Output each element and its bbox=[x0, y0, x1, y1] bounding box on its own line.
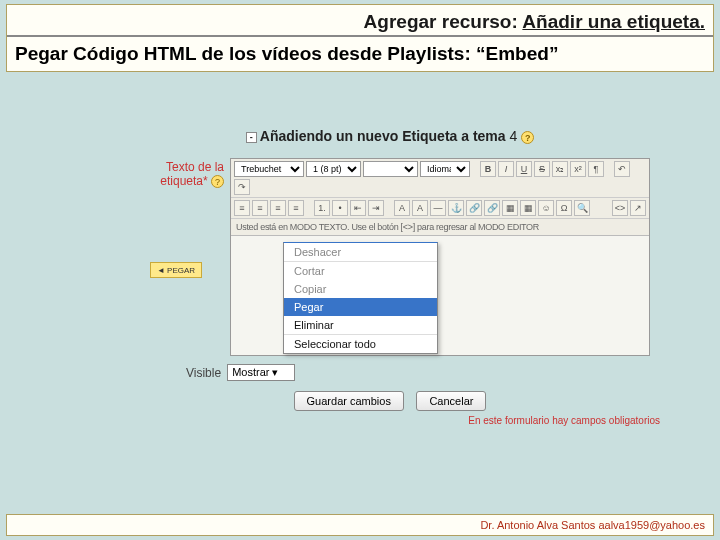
italic-button[interactable]: I bbox=[498, 161, 514, 177]
image-button[interactable]: ▦ bbox=[502, 200, 518, 216]
redo-button[interactable]: ↷ bbox=[234, 179, 250, 195]
visible-select[interactable]: Mostrar ▾ bbox=[227, 364, 295, 381]
menu-cut[interactable]: Cortar bbox=[284, 262, 437, 280]
align-left-button[interactable]: ≡ bbox=[234, 200, 250, 216]
lang-select[interactable]: Idioma bbox=[420, 161, 470, 177]
underline-button[interactable]: U bbox=[516, 161, 532, 177]
char-button[interactable]: Ω bbox=[556, 200, 572, 216]
indent-button[interactable]: ⇥ bbox=[368, 200, 384, 216]
bold-button[interactable]: B bbox=[480, 161, 496, 177]
bg-color-button[interactable]: A bbox=[412, 200, 428, 216]
visible-row: Visible Mostrar ▾ bbox=[186, 364, 660, 381]
clean-button[interactable]: ¶ bbox=[588, 161, 604, 177]
align-center-button[interactable]: ≡ bbox=[252, 200, 268, 216]
title-prefix: Agregar recurso: bbox=[364, 11, 523, 32]
slide-title: Agregar recurso: Añadir una etiqueta. bbox=[7, 5, 713, 37]
help-icon[interactable]: ? bbox=[521, 131, 534, 144]
sup-button[interactable]: x² bbox=[570, 161, 586, 177]
fullscreen-button[interactable]: ↗ bbox=[630, 200, 646, 216]
emoji-button[interactable]: ☺ bbox=[538, 200, 554, 216]
cancel-button[interactable]: Cancelar bbox=[416, 391, 486, 411]
list-ul-button[interactable]: • bbox=[332, 200, 348, 216]
editor-mode-message: Usted está en MODO TEXTO. Use el botón [… bbox=[231, 219, 649, 235]
find-button[interactable]: 🔍 bbox=[574, 200, 590, 216]
save-button[interactable]: Guardar cambios bbox=[294, 391, 404, 411]
outdent-button[interactable]: ⇤ bbox=[350, 200, 366, 216]
align-justify-button[interactable]: ≡ bbox=[288, 200, 304, 216]
editor-toolbar-1: Trebuchet 1 (8 pt) Idioma B I U S x₂ x² … bbox=[231, 159, 649, 198]
form-screenshot: -Añadiendo un nuevo Etiqueta a tema 4 ? … bbox=[120, 128, 660, 426]
slide-subtitle: Pegar Código HTML de los vídeos desde Pl… bbox=[7, 37, 713, 71]
visible-label: Visible bbox=[186, 366, 221, 380]
link-button[interactable]: 🔗 bbox=[466, 200, 482, 216]
text-color-button[interactable]: A bbox=[394, 200, 410, 216]
hr-button[interactable]: — bbox=[430, 200, 446, 216]
anchor-button[interactable]: ⚓ bbox=[448, 200, 464, 216]
menu-select-all[interactable]: Seleccionar todo bbox=[284, 335, 437, 353]
form-heading: -Añadiendo un nuevo Etiqueta a tema 4 ? bbox=[120, 128, 660, 144]
undo-button[interactable]: ↶ bbox=[614, 161, 630, 177]
menu-undo[interactable]: Deshacer bbox=[284, 243, 437, 261]
help-icon[interactable]: ? bbox=[211, 175, 224, 188]
required-fields-message: En este formulario hay campos obligatori… bbox=[120, 415, 660, 426]
unlink-button[interactable]: 🔗 bbox=[484, 200, 500, 216]
paragraph-style-select[interactable] bbox=[363, 161, 418, 177]
html-editor: Trebuchet 1 (8 pt) Idioma B I U S x₂ x² … bbox=[230, 158, 650, 356]
font-family-select[interactable]: Trebuchet bbox=[234, 161, 304, 177]
list-ol-button[interactable]: 1. bbox=[314, 200, 330, 216]
table-button[interactable]: ▦ bbox=[520, 200, 536, 216]
html-toggle-button[interactable]: <> bbox=[612, 200, 628, 216]
editor-textarea[interactable]: Deshacer Cortar Copiar Pegar Eliminar Se… bbox=[231, 235, 649, 355]
footer-credit: Dr. Antonio Alva Santos aalva1959@yahoo.… bbox=[6, 514, 714, 536]
collapse-icon[interactable]: - bbox=[246, 132, 257, 143]
menu-delete[interactable]: Eliminar bbox=[284, 316, 437, 334]
editor-toolbar-2: ≡ ≡ ≡ ≡ 1. • ⇤ ⇥ A A — ⚓ 🔗 🔗 ▦ bbox=[231, 198, 649, 219]
menu-copy[interactable]: Copiar bbox=[284, 280, 437, 298]
align-right-button[interactable]: ≡ bbox=[270, 200, 286, 216]
font-size-select[interactable]: 1 (8 pt) bbox=[306, 161, 361, 177]
context-menu: Deshacer Cortar Copiar Pegar Eliminar Se… bbox=[283, 242, 438, 354]
title-underlined: Añadir una etiqueta. bbox=[522, 11, 705, 32]
header-box: Agregar recurso: Añadir una etiqueta. Pe… bbox=[6, 4, 714, 72]
sub-button[interactable]: x₂ bbox=[552, 161, 568, 177]
strike-button[interactable]: S bbox=[534, 161, 550, 177]
paste-hint-box: ◄ PEGAR bbox=[150, 262, 202, 278]
form-buttons: Guardar cambios Cancelar bbox=[120, 391, 660, 411]
label-text-row: Texto de la etiqueta* ? Trebuchet 1 (8 p… bbox=[120, 158, 660, 356]
label-text-label: Texto de la etiqueta* ? bbox=[120, 158, 230, 188]
menu-paste[interactable]: Pegar bbox=[284, 298, 437, 316]
